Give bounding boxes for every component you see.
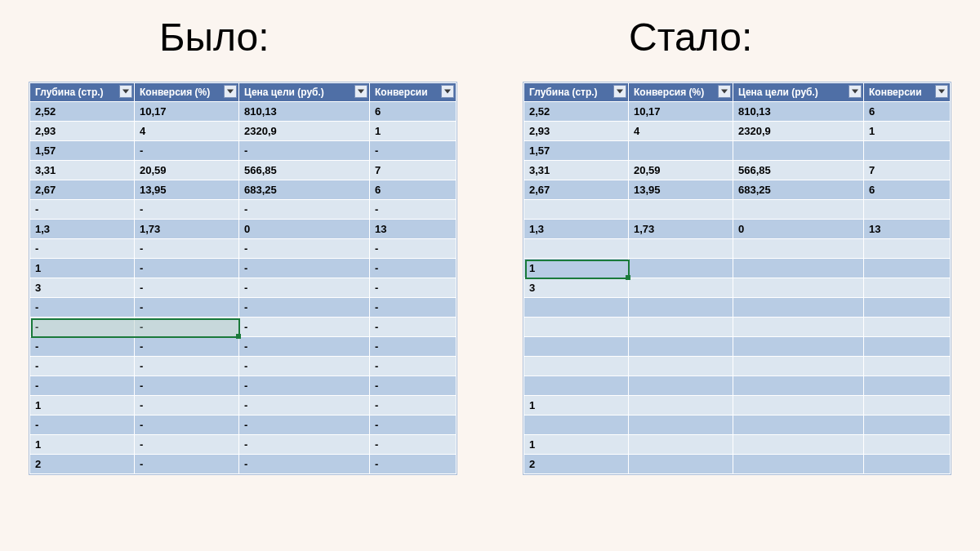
cell[interactable]: 10,17 (135, 102, 239, 122)
cell[interactable]: 2320,9 (239, 122, 370, 141)
cell[interactable] (864, 357, 951, 376)
cell[interactable] (733, 318, 864, 337)
cell[interactable] (864, 141, 951, 161)
cell[interactable]: 6 (370, 180, 457, 200)
table-row[interactable] (524, 376, 951, 396)
table-row[interactable]: 3 (524, 278, 951, 298)
cell[interactable]: 1 (30, 396, 135, 415)
cell[interactable]: - (239, 455, 370, 474)
column-header[interactable]: Глубина (стр.) (30, 83, 135, 102)
cell[interactable]: 2,93 (30, 122, 135, 141)
cell[interactable]: 1 (524, 396, 629, 415)
cell[interactable] (864, 396, 951, 415)
cell[interactable]: - (135, 337, 239, 357)
table-row[interactable]: 1,57 (524, 141, 951, 161)
cell[interactable]: - (239, 141, 370, 161)
cell[interactable]: - (135, 415, 239, 435)
cell[interactable]: 1 (864, 122, 951, 141)
cell[interactable]: - (30, 376, 135, 396)
cell[interactable]: 4 (629, 122, 733, 141)
cell[interactable]: 10,17 (629, 102, 733, 122)
filter-dropdown-icon[interactable] (935, 85, 948, 98)
cell[interactable]: 1 (370, 122, 457, 141)
cell[interactable] (733, 415, 864, 435)
table-row[interactable]: 2,9342320,91 (524, 122, 951, 141)
table-row[interactable]: 3,3120,59566,857 (30, 161, 457, 180)
cell[interactable]: - (239, 278, 370, 298)
cell[interactable]: - (370, 396, 457, 415)
cell[interactable]: 3 (524, 278, 629, 298)
cell[interactable]: - (370, 278, 457, 298)
cell[interactable]: 3,31 (30, 161, 135, 180)
cell[interactable] (733, 435, 864, 455)
cell[interactable]: 13,95 (135, 180, 239, 200)
cell[interactable]: 1,57 (30, 141, 135, 161)
table-row[interactable]: 1--- (30, 396, 457, 415)
table-row[interactable]: ---- (30, 239, 457, 259)
cell[interactable] (629, 376, 733, 396)
cell[interactable] (864, 376, 951, 396)
column-header[interactable]: Конверсии (370, 83, 457, 102)
cell[interactable] (524, 318, 629, 337)
cell[interactable] (524, 298, 629, 318)
cell[interactable]: 1,73 (135, 220, 239, 239)
cell[interactable] (524, 415, 629, 435)
table-row[interactable] (524, 337, 951, 357)
cell[interactable]: 1,73 (629, 220, 733, 239)
cell[interactable] (864, 435, 951, 455)
cell[interactable]: 13 (370, 220, 457, 239)
cell[interactable]: 0 (239, 220, 370, 239)
cell[interactable] (733, 337, 864, 357)
cell[interactable]: 2,67 (524, 180, 629, 200)
cell[interactable] (733, 239, 864, 259)
cell[interactable]: 20,59 (629, 161, 733, 180)
cell[interactable] (864, 200, 951, 220)
cell[interactable] (864, 259, 951, 278)
cell[interactable]: 2,52 (524, 102, 629, 122)
cell[interactable]: - (370, 298, 457, 318)
cell[interactable]: 810,13 (239, 102, 370, 122)
cell[interactable]: - (370, 357, 457, 376)
table-row[interactable]: 1 (524, 435, 951, 455)
cell[interactable] (524, 200, 629, 220)
column-header[interactable]: Глубина (стр.) (524, 83, 629, 102)
table-row[interactable]: ---- (30, 200, 457, 220)
table-row[interactable]: ---- (30, 298, 457, 318)
table-row[interactable]: 2,6713,95683,256 (524, 180, 951, 200)
cell[interactable]: - (370, 239, 457, 259)
cell[interactable]: 20,59 (135, 161, 239, 180)
table-row[interactable]: ---- (30, 318, 457, 337)
cell[interactable]: - (239, 435, 370, 455)
cell[interactable]: - (239, 259, 370, 278)
cell[interactable] (524, 376, 629, 396)
cell[interactable] (629, 337, 733, 357)
cell[interactable]: - (30, 337, 135, 357)
cell[interactable]: - (239, 415, 370, 435)
table-row[interactable] (524, 415, 951, 435)
cell[interactable]: - (370, 376, 457, 396)
table-row[interactable]: 1 (524, 259, 951, 278)
table-row[interactable]: 2,5210,17810,136 (524, 102, 951, 122)
cell[interactable]: - (30, 318, 135, 337)
cell[interactable] (864, 318, 951, 337)
cell[interactable] (733, 141, 864, 161)
column-header[interactable]: Конверсия (%) (629, 83, 733, 102)
table-row[interactable]: 3,3120,59566,857 (524, 161, 951, 180)
table-row[interactable] (524, 357, 951, 376)
cell[interactable]: 13 (864, 220, 951, 239)
cell[interactable]: 810,13 (733, 102, 864, 122)
table-row[interactable] (524, 239, 951, 259)
filter-dropdown-icon[interactable] (613, 85, 626, 98)
cell[interactable] (629, 318, 733, 337)
cell[interactable] (629, 141, 733, 161)
column-header[interactable]: Конверсии (864, 83, 951, 102)
cell[interactable]: - (370, 318, 457, 337)
cell[interactable]: - (370, 337, 457, 357)
cell[interactable] (629, 298, 733, 318)
filter-dropdown-icon[interactable] (441, 85, 454, 98)
table-row[interactable]: ---- (30, 357, 457, 376)
cell[interactable] (524, 239, 629, 259)
cell[interactable]: 2,52 (30, 102, 135, 122)
table-row[interactable]: 1--- (30, 435, 457, 455)
filter-dropdown-icon[interactable] (119, 85, 132, 98)
